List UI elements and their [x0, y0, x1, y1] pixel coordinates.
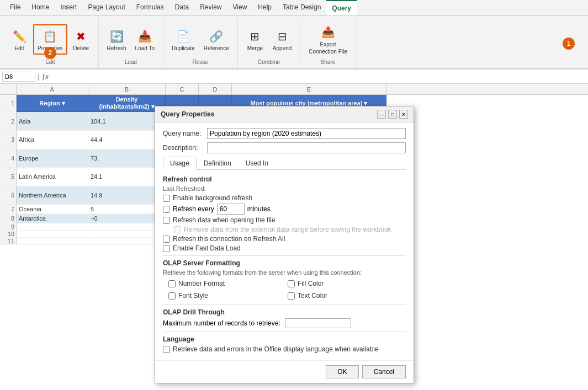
load-group-label: Load [125, 58, 137, 66]
cell-a9[interactable] [17, 223, 88, 231]
duplicate-button[interactable]: 📄 Duplicate [168, 25, 199, 54]
row-num-7: 7 [0, 205, 17, 214]
modal-maximize-button[interactable]: □ [388, 110, 397, 119]
tab-pagelayout[interactable]: Page Layout [82, 0, 130, 15]
ok-button[interactable]: OK [326, 365, 358, 378]
export-conn-file-button[interactable]: 📤 ExportConnection File [305, 20, 351, 58]
formula-input[interactable] [51, 72, 586, 82]
row-num-2: 2 [0, 112, 17, 131]
text-color-row: Text Color [288, 292, 406, 300]
cell-a6[interactable]: Northern America [17, 186, 88, 205]
delete-button[interactable]: ✖ Delete [68, 25, 94, 54]
refresh-on-all-row: Refresh this connection on Refresh All [163, 235, 406, 243]
cell-b8[interactable]: ~0 [88, 214, 166, 223]
cell-a1[interactable]: Region ▾ [17, 95, 88, 112]
enable-fast-load-row: Enable Fast Data Load [163, 244, 406, 252]
modal-minimize-button[interactable]: — [377, 110, 386, 119]
refresh-on-all-checkbox[interactable] [163, 236, 170, 243]
remove-data-checkbox[interactable] [174, 226, 181, 233]
drill-max-records-input[interactable] [285, 318, 351, 328]
cell-b6[interactable]: 14.9 [88, 186, 166, 205]
cell-a7[interactable]: Oceania [17, 205, 88, 214]
tab-tabledesign[interactable]: Table Design [277, 0, 326, 15]
cell-b3[interactable]: 44.4 [88, 131, 166, 149]
row-num-8: 8 [0, 214, 17, 223]
row-num-9: 9 [0, 223, 17, 231]
tab-help[interactable]: Help [252, 0, 277, 15]
refresh-every-unit: minutes [247, 205, 271, 213]
cell-b5[interactable]: 24.1 [88, 168, 166, 186]
modal-close-button[interactable]: ✕ [399, 110, 408, 119]
description-row: Description: [163, 142, 406, 153]
cell-b2[interactable]: 104.1 [88, 112, 166, 131]
query-name-input[interactable] [207, 128, 406, 139]
olap-formatting-header: OLAP Server Formatting [163, 259, 406, 267]
ribbon-group-load: 🔄 Refresh 📥 Load To Load [99, 18, 163, 68]
properties-button[interactable]: 📋 Properties 2 [33, 24, 67, 55]
tab-file[interactable]: File [4, 0, 26, 15]
tab-data[interactable]: Data [169, 0, 194, 15]
tab-definition[interactable]: Definition [197, 157, 239, 169]
enable-fast-load-label: Enable Fast Data Load [173, 244, 241, 252]
col-header-d[interactable]: D [199, 84, 232, 94]
col-header-a[interactable]: A [17, 84, 88, 94]
refresh-every-input[interactable] [217, 204, 245, 215]
cancel-button[interactable]: Cancel [362, 365, 406, 378]
edit-label: Edit [14, 45, 24, 51]
language-retrieve-row: Retrieve data and errors in the Office d… [163, 345, 406, 353]
refresh-button[interactable]: 🔄 Refresh [103, 25, 130, 54]
tab-used-in[interactable]: Used In [239, 157, 276, 169]
tab-query[interactable]: Query [326, 0, 357, 15]
annotation-badge-2: 2 [44, 47, 56, 59]
refresh-every-checkbox[interactable] [163, 206, 170, 213]
language-retrieve-checkbox[interactable] [163, 346, 170, 353]
cell-ref-box[interactable] [2, 72, 35, 82]
cell-a10[interactable] [17, 231, 88, 238]
cell-a11[interactable] [17, 238, 88, 245]
description-input[interactable] [207, 142, 406, 153]
refresh-on-open-checkbox[interactable] [163, 217, 170, 224]
text-color-checkbox[interactable] [288, 292, 295, 300]
font-style-checkbox[interactable] [168, 292, 176, 300]
cell-b11[interactable] [88, 238, 166, 245]
cell-b9[interactable] [88, 223, 166, 231]
cell-a5[interactable]: Latin America [17, 168, 88, 186]
col-header-c[interactable]: C [166, 84, 199, 94]
fill-color-checkbox[interactable] [288, 280, 295, 287]
load-to-button[interactable]: 📥 Load To [131, 25, 158, 54]
tab-home[interactable]: Home [26, 0, 55, 15]
drill-max-records-row: Maximum number of records to retrieve: [163, 318, 406, 328]
cell-b4[interactable]: 73. [88, 149, 166, 168]
append-button[interactable]: ⊟ Append [269, 25, 295, 54]
modal-titlebar: Query Properties — □ ✕ [155, 106, 414, 122]
remove-data-row: Remove data from the external data range… [174, 226, 406, 233]
number-format-checkbox[interactable] [168, 280, 176, 287]
edit-button[interactable]: ✏️ Edit [7, 25, 32, 54]
cell-b1[interactable]: Density(inhabitants/km2) ▾ [88, 95, 166, 112]
col-header-e[interactable]: E [232, 84, 386, 94]
cell-a2[interactable]: Asia [17, 112, 88, 131]
reference-button[interactable]: 🔗 Reference [200, 25, 233, 54]
row-num-3: 3 [0, 131, 17, 149]
merge-button[interactable]: ⊞ Merge [242, 25, 268, 54]
reference-label: Reference [204, 45, 229, 51]
properties-icon: 📋 [41, 28, 59, 45]
col-header-b[interactable]: B [88, 84, 166, 94]
tab-view[interactable]: View [227, 0, 253, 15]
tab-insert[interactable]: Insert [55, 0, 82, 15]
enable-fast-load-checkbox[interactable] [163, 245, 170, 252]
combine-group-buttons: ⊞ Merge ⊟ Append [242, 20, 295, 58]
cell-b7[interactable]: 5 [88, 205, 166, 214]
annotation-1-area: 1 [563, 18, 575, 68]
cell-a8[interactable]: Antarctica [17, 214, 88, 223]
cell-a3[interactable]: Africa [17, 131, 88, 149]
query-name-label: Query name: [163, 130, 207, 137]
tab-usage[interactable]: Usage [163, 157, 197, 170]
tab-review[interactable]: Review [194, 0, 227, 15]
enable-bg-refresh-checkbox[interactable] [163, 195, 170, 202]
cell-a4[interactable]: Europe [17, 149, 88, 168]
cell-b10[interactable] [88, 231, 166, 238]
olap-drill-header: OLAP Drill Through [163, 308, 406, 316]
edit-group-buttons: ✏️ Edit 📋 Properties 2 ✖ Delete [7, 20, 94, 58]
tab-formulas[interactable]: Formulas [131, 0, 169, 15]
